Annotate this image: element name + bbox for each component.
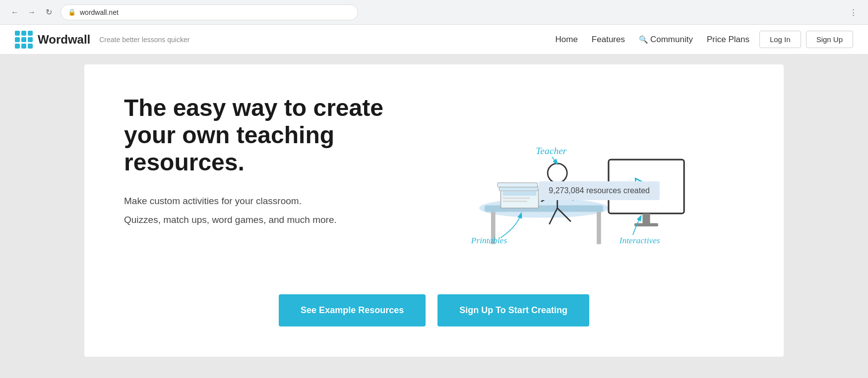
back-button[interactable]: ← — [8, 5, 22, 19]
svg-rect-0 — [15, 31, 20, 36]
logo-tagline: Create better lessons quicker — [99, 36, 189, 44]
cta-buttons: See Example Resources Sign Up To Start C… — [124, 294, 744, 326]
svg-rect-7 — [21, 44, 26, 49]
svg-rect-1 — [21, 31, 26, 36]
page-wrapper: The easy way to create your own teaching… — [0, 54, 868, 378]
url-text: wordwall.net — [80, 8, 119, 16]
see-examples-button[interactable]: See Example Resources — [279, 294, 426, 326]
teaching-illustration: Teacher Printables Interactives — [441, 84, 689, 268]
wordwall-logo-icon — [15, 31, 33, 49]
svg-rect-16 — [503, 201, 527, 202]
svg-rect-15 — [503, 197, 530, 199]
svg-text:Interactives: Interactives — [619, 236, 660, 245]
hero-content: The easy way to create your own teaching… — [124, 94, 744, 270]
lock-icon: 🔒 — [68, 8, 76, 16]
search-icon: 🔍 — [639, 35, 648, 44]
site-nav: Wordwall Create better lessons quicker H… — [0, 25, 868, 54]
svg-rect-2 — [28, 31, 33, 36]
svg-rect-4 — [21, 37, 26, 42]
hero-subtext-2: Quizzes, match ups, word games, and much… — [124, 213, 422, 227]
sign-up-start-button[interactable]: Sign Up To Start Creating — [437, 294, 589, 326]
hero-illustration: Teacher Printables Interactives — [441, 84, 689, 270]
browser-menu-icon[interactable]: ⋮ — [846, 5, 860, 19]
forward-button[interactable]: → — [25, 5, 39, 19]
refresh-button[interactable]: ↻ — [42, 5, 56, 19]
logo-text: Wordwall — [38, 33, 90, 47]
nav-features[interactable]: Features — [592, 35, 625, 45]
svg-text:Teacher: Teacher — [536, 146, 567, 156]
hero-card: The easy way to create your own teaching… — [84, 64, 784, 357]
nav-community[interactable]: 🔍 Community — [639, 35, 693, 45]
login-button[interactable]: Log In — [759, 31, 801, 48]
svg-rect-12 — [597, 212, 601, 244]
signup-nav-button[interactable]: Sign Up — [806, 31, 853, 48]
svg-rect-14 — [503, 191, 536, 196]
nav-home[interactable]: Home — [556, 35, 578, 45]
browser-nav-buttons: ← → ↻ — [8, 5, 56, 19]
svg-point-19 — [548, 163, 567, 183]
svg-rect-6 — [15, 44, 20, 49]
browser-chrome: ← → ↻ 🔒 wordwall.net ⋮ — [0, 0, 868, 25]
nav-buttons: Log In Sign Up — [759, 31, 853, 48]
svg-rect-28 — [634, 223, 658, 226]
svg-rect-5 — [28, 37, 33, 42]
hero-text: The easy way to create your own teaching… — [124, 94, 422, 232]
browser-right-icons: ⋮ — [846, 5, 860, 19]
stats-badge: 9,273,084 resources created — [539, 181, 660, 200]
address-bar[interactable]: 🔒 wordwall.net — [61, 4, 358, 20]
nav-price-plans[interactable]: Price Plans — [707, 35, 749, 45]
svg-rect-3 — [15, 37, 20, 42]
nav-links: Home Features 🔍 Community Price Plans — [556, 35, 749, 45]
svg-rect-8 — [28, 44, 33, 49]
hero-subtext-1: Make custom activities for your classroo… — [124, 194, 422, 209]
hero-headline: The easy way to create your own teaching… — [124, 94, 422, 176]
logo-area: Wordwall Create better lessons quicker — [15, 31, 189, 49]
svg-rect-27 — [642, 214, 650, 224]
svg-rect-18 — [497, 183, 537, 187]
